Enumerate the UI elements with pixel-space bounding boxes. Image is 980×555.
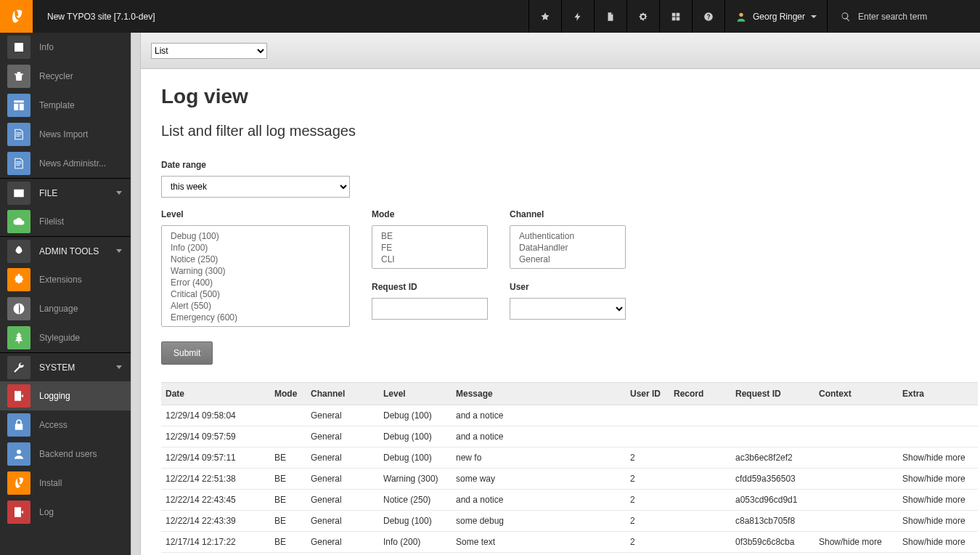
cell-user_id — [626, 405, 669, 426]
cell-context — [814, 426, 898, 447]
submit-button[interactable]: Submit — [161, 341, 213, 365]
toolbar-search[interactable] — [827, 0, 980, 33]
sidebar-item-news-import[interactable]: News Import — [0, 120, 131, 149]
sidebar-item-label: News Import — [39, 129, 88, 139]
option[interactable]: Info (200) — [168, 242, 343, 254]
site-title: New TYPO3 site [7.1.0-dev] — [33, 12, 170, 22]
cell-mode — [270, 426, 306, 447]
cell-extra[interactable]: Show/hide more — [898, 511, 978, 532]
sidebar-item-access[interactable]: Access — [0, 410, 131, 439]
cell-record — [669, 405, 731, 426]
sidebar-item-label: Backend users — [39, 449, 97, 459]
request-id-input[interactable] — [372, 298, 488, 320]
toolbar-user[interactable]: Georg Ringer — [724, 0, 827, 33]
cell-extra[interactable]: Show/hide more — [898, 447, 978, 469]
cell-extra[interactable]: Show/hide more — [898, 469, 978, 490]
sidebar-item-info[interactable]: Info — [0, 33, 131, 62]
sidebar-item-filelist[interactable]: Filelist — [0, 207, 131, 236]
splitter[interactable] — [131, 33, 141, 555]
option[interactable]: Critical (500) — [168, 288, 343, 300]
sidebar-item-styleguide[interactable]: Styleguide — [0, 323, 131, 352]
column-header[interactable]: Channel — [306, 383, 379, 405]
option[interactable]: Alert (550) — [168, 300, 343, 312]
sidebar-item-recycler[interactable]: Recycler — [0, 62, 131, 91]
sidebar-item-install[interactable]: Install — [0, 469, 131, 498]
column-header[interactable]: Request ID — [731, 383, 814, 405]
toolbar-help[interactable] — [692, 0, 724, 33]
label-level: Level — [161, 209, 350, 219]
module-sidebar[interactable]: InfoRecyclerTemplateNews ImportNews Admi… — [0, 33, 131, 555]
template-icon — [7, 94, 30, 117]
cell-extra[interactable]: Show/hide more — [898, 532, 978, 553]
cell-mode: BE — [270, 511, 306, 532]
chevron-down-icon — [811, 15, 817, 18]
level-select[interactable]: Debug (100)Info (200)Notice (250)Warning… — [161, 225, 350, 327]
toolbar-bookmark[interactable] — [528, 0, 561, 33]
cell-message: Some text — [452, 532, 626, 553]
column-header[interactable]: Record — [669, 383, 731, 405]
sidebar-group-admin-tools[interactable]: ADMIN TOOLS — [0, 236, 131, 265]
option[interactable]: Authentication — [516, 230, 619, 242]
option[interactable]: DataHandler — [516, 242, 619, 254]
cell-request_id: 0f3b59c6c8cba — [731, 532, 814, 553]
sidebar-item-backend-users[interactable]: Backend users — [0, 439, 131, 469]
column-header[interactable]: Level — [379, 383, 452, 405]
toolbar-cache[interactable] — [561, 0, 594, 33]
column-header[interactable]: Message — [452, 383, 626, 405]
cell-mode — [270, 405, 306, 426]
column-header[interactable]: User ID — [626, 383, 669, 405]
cell-record — [669, 490, 731, 511]
rocket-icon — [7, 240, 30, 263]
mode-select[interactable]: BEFECLI — [372, 225, 488, 269]
cell-context — [814, 447, 898, 469]
option[interactable]: CLI — [378, 254, 481, 265]
cell-user_id: 2 — [626, 511, 669, 532]
search-input[interactable] — [858, 12, 967, 22]
sidebar-item-language[interactable]: Language — [0, 294, 131, 323]
sidebar-group-file[interactable]: FILE — [0, 178, 131, 207]
sidebar-item-template[interactable]: Template — [0, 91, 131, 120]
view-mode-select[interactable]: List — [151, 43, 267, 59]
toolbar-doc[interactable] — [594, 0, 626, 33]
sidebar-item-label: Recycler — [39, 71, 73, 81]
column-header[interactable]: Date — [161, 383, 270, 405]
sidebar-item-news-administr-[interactable]: News Administr... — [0, 149, 131, 178]
search-icon — [841, 12, 851, 22]
option[interactable]: Emergency (600) — [168, 312, 343, 323]
typo3-logo[interactable] — [0, 0, 33, 33]
column-header[interactable]: Mode — [270, 383, 306, 405]
cell-level: Notice (250) — [379, 490, 452, 511]
sidebar-item-label: Install — [39, 478, 62, 488]
option[interactable]: Notice (250) — [168, 254, 343, 265]
option[interactable]: General — [516, 254, 619, 265]
option[interactable]: Warning (300) — [168, 265, 343, 277]
option[interactable]: Error (400) — [168, 277, 343, 288]
cell-user_id: 2 — [626, 447, 669, 469]
column-header[interactable]: Extra — [898, 383, 978, 405]
image-icon — [7, 182, 30, 205]
option[interactable]: BE — [378, 230, 481, 242]
cell-context[interactable]: Show/hide more — [814, 532, 898, 553]
toolbar-apps[interactable] — [659, 0, 692, 33]
toolbar-settings[interactable] — [626, 0, 659, 33]
sidebar-item-log[interactable]: Log — [0, 498, 131, 527]
table-row: 12/22/14 22:43:45BEGeneralNotice (250)an… — [161, 490, 978, 511]
cell-date: 12/22/14 22:43:39 — [161, 511, 270, 532]
channel-select[interactable]: AuthenticationDataHandlerGeneral — [510, 225, 626, 269]
sidebar-item-logging[interactable]: Logging — [0, 381, 131, 410]
cell-extra[interactable]: Show/hide more — [898, 490, 978, 511]
sidebar-item-extensions[interactable]: Extensions — [0, 265, 131, 294]
date-range-select[interactable]: this week — [161, 176, 350, 198]
cell-mode: BE — [270, 447, 306, 469]
user-select[interactable] — [510, 298, 626, 320]
sidebar-group-system[interactable]: SYSTEM — [0, 352, 131, 381]
user-name: Georg Ringer — [753, 12, 805, 22]
column-header[interactable]: Context — [814, 383, 898, 405]
option[interactable]: Debug (100) — [168, 230, 343, 242]
option[interactable]: FE — [378, 242, 481, 254]
cell-message: and a notice — [452, 405, 626, 426]
help-icon — [703, 12, 714, 22]
docheader: List — [141, 33, 980, 69]
page-subtitle: List and filter all log messages — [161, 123, 960, 139]
sidebar-item-label: Filelist — [39, 216, 64, 227]
